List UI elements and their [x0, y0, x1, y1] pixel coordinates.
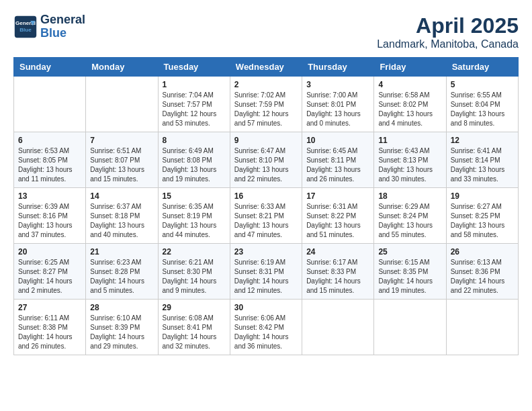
day-number: 14 [90, 191, 153, 201]
day-info: Sunrise: 6:33 AM Sunset: 8:21 PM Dayligh… [234, 202, 298, 240]
calendar-cell: 3Sunrise: 7:00 AM Sunset: 8:01 PM Daylig… [302, 77, 374, 132]
day-info: Sunrise: 7:04 AM Sunset: 7:57 PM Dayligh… [163, 91, 226, 128]
day-header-friday: Friday [374, 58, 446, 77]
day-number: 8 [163, 136, 226, 145]
day-number: 3 [306, 80, 369, 89]
calendar-title: April 2025 [377, 13, 519, 38]
calendar-cell: 13Sunrise: 6:39 AM Sunset: 8:16 PM Dayli… [14, 188, 86, 244]
day-header-saturday: Saturday [446, 58, 518, 77]
day-number: 1 [163, 80, 226, 89]
day-info: Sunrise: 6:41 AM Sunset: 8:14 PM Dayligh… [451, 146, 514, 184]
day-info: Sunrise: 6:49 AM Sunset: 8:08 PM Dayligh… [163, 146, 226, 184]
logo-line2: Blue [40, 26, 66, 40]
calendar-week-1: 1Sunrise: 7:04 AM Sunset: 7:57 PM Daylig… [14, 77, 519, 132]
day-number: 17 [306, 191, 369, 201]
logo-line1: General [40, 13, 85, 26]
calendar-header-row: SundayMondayTuesdayWednesdayThursdayFrid… [14, 58, 519, 77]
calendar-cell: 28Sunrise: 6:10 AM Sunset: 8:39 PM Dayli… [86, 300, 158, 355]
day-info: Sunrise: 6:10 AM Sunset: 8:39 PM Dayligh… [90, 314, 153, 351]
calendar-cell: 10Sunrise: 6:45 AM Sunset: 8:11 PM Dayli… [302, 132, 374, 188]
day-info: Sunrise: 6:19 AM Sunset: 8:31 PM Dayligh… [234, 258, 298, 295]
day-info: Sunrise: 6:08 AM Sunset: 8:41 PM Dayligh… [163, 314, 226, 351]
day-number: 9 [234, 136, 298, 145]
day-number: 26 [451, 247, 514, 257]
logo-icon: General Blue [13, 15, 38, 39]
day-info: Sunrise: 6:06 AM Sunset: 8:42 PM Dayligh… [234, 314, 298, 351]
day-header-thursday: Thursday [302, 58, 374, 77]
day-number: 21 [90, 247, 153, 257]
page-header: General Blue General Blue April 2025 Lan… [13, 13, 519, 50]
calendar-cell: 6Sunrise: 6:53 AM Sunset: 8:05 PM Daylig… [14, 132, 86, 188]
day-number: 29 [163, 303, 226, 312]
day-number: 7 [90, 136, 153, 145]
day-info: Sunrise: 6:47 AM Sunset: 8:10 PM Dayligh… [234, 146, 298, 184]
day-info: Sunrise: 6:29 AM Sunset: 8:24 PM Dayligh… [378, 202, 441, 240]
calendar-cell: 19Sunrise: 6:27 AM Sunset: 8:25 PM Dayli… [446, 188, 518, 244]
calendar-cell [446, 300, 518, 355]
day-info: Sunrise: 6:39 AM Sunset: 8:16 PM Dayligh… [18, 202, 81, 240]
calendar-cell: 9Sunrise: 6:47 AM Sunset: 8:10 PM Daylig… [230, 132, 302, 188]
day-number: 10 [306, 136, 369, 145]
day-info: Sunrise: 7:00 AM Sunset: 8:01 PM Dayligh… [306, 91, 369, 128]
calendar-cell: 5Sunrise: 6:55 AM Sunset: 8:04 PM Daylig… [446, 77, 518, 132]
day-header-monday: Monday [86, 58, 158, 77]
day-number: 18 [378, 191, 441, 201]
day-number: 28 [90, 303, 153, 312]
day-info: Sunrise: 6:45 AM Sunset: 8:11 PM Dayligh… [306, 146, 369, 184]
calendar-cell [374, 300, 446, 355]
day-number: 22 [163, 247, 226, 257]
day-number: 4 [378, 80, 441, 89]
day-number: 6 [18, 136, 81, 145]
calendar-cell: 24Sunrise: 6:17 AM Sunset: 8:33 PM Dayli… [302, 244, 374, 300]
day-header-sunday: Sunday [14, 58, 86, 77]
svg-text:Blue: Blue [19, 27, 32, 33]
calendar-week-4: 20Sunrise: 6:25 AM Sunset: 8:27 PM Dayli… [14, 244, 519, 300]
calendar-subtitle: Landmark, Manitoba, Canada [377, 38, 519, 50]
calendar-cell [14, 77, 86, 132]
calendar-cell: 29Sunrise: 6:08 AM Sunset: 8:41 PM Dayli… [158, 300, 230, 355]
day-info: Sunrise: 6:11 AM Sunset: 8:38 PM Dayligh… [18, 314, 81, 351]
day-number: 13 [18, 191, 81, 201]
day-info: Sunrise: 6:51 AM Sunset: 8:07 PM Dayligh… [90, 146, 153, 184]
calendar-cell: 22Sunrise: 6:21 AM Sunset: 8:30 PM Dayli… [158, 244, 230, 300]
calendar-cell: 26Sunrise: 6:13 AM Sunset: 8:36 PM Dayli… [446, 244, 518, 300]
day-info: Sunrise: 6:23 AM Sunset: 8:28 PM Dayligh… [90, 258, 153, 295]
day-number: 16 [234, 191, 298, 201]
calendar-table: SundayMondayTuesdayWednesdayThursdayFrid… [13, 57, 519, 355]
calendar-cell: 27Sunrise: 6:11 AM Sunset: 8:38 PM Dayli… [14, 300, 86, 355]
calendar-cell: 25Sunrise: 6:15 AM Sunset: 8:35 PM Dayli… [374, 244, 446, 300]
day-info: Sunrise: 6:43 AM Sunset: 8:13 PM Dayligh… [378, 146, 441, 184]
day-header-tuesday: Tuesday [158, 58, 230, 77]
day-number: 23 [234, 247, 298, 257]
day-info: Sunrise: 6:58 AM Sunset: 8:02 PM Dayligh… [378, 91, 441, 128]
day-number: 30 [234, 303, 298, 312]
calendar-cell: 12Sunrise: 6:41 AM Sunset: 8:14 PM Dayli… [446, 132, 518, 188]
day-number: 20 [18, 247, 81, 257]
day-number: 27 [18, 303, 81, 312]
calendar-week-5: 27Sunrise: 6:11 AM Sunset: 8:38 PM Dayli… [14, 300, 519, 355]
day-number: 19 [451, 191, 514, 201]
calendar-cell: 1Sunrise: 7:04 AM Sunset: 7:57 PM Daylig… [158, 77, 230, 132]
logo: General Blue General Blue [13, 13, 85, 40]
calendar-cell: 20Sunrise: 6:25 AM Sunset: 8:27 PM Dayli… [14, 244, 86, 300]
calendar-cell: 16Sunrise: 6:33 AM Sunset: 8:21 PM Dayli… [230, 188, 302, 244]
day-info: Sunrise: 6:13 AM Sunset: 8:36 PM Dayligh… [451, 258, 514, 295]
calendar-cell: 7Sunrise: 6:51 AM Sunset: 8:07 PM Daylig… [86, 132, 158, 188]
day-number: 12 [451, 136, 514, 145]
calendar-cell: 15Sunrise: 6:35 AM Sunset: 8:19 PM Dayli… [158, 188, 230, 244]
calendar-cell: 23Sunrise: 6:19 AM Sunset: 8:31 PM Dayli… [230, 244, 302, 300]
calendar-cell: 4Sunrise: 6:58 AM Sunset: 8:02 PM Daylig… [374, 77, 446, 132]
calendar-cell: 30Sunrise: 6:06 AM Sunset: 8:42 PM Dayli… [230, 300, 302, 355]
calendar-cell: 18Sunrise: 6:29 AM Sunset: 8:24 PM Dayli… [374, 188, 446, 244]
calendar-cell: 21Sunrise: 6:23 AM Sunset: 8:28 PM Dayli… [86, 244, 158, 300]
calendar-cell: 8Sunrise: 6:49 AM Sunset: 8:08 PM Daylig… [158, 132, 230, 188]
calendar-cell: 11Sunrise: 6:43 AM Sunset: 8:13 PM Dayli… [374, 132, 446, 188]
day-number: 5 [451, 80, 514, 89]
calendar-cell: 2Sunrise: 7:02 AM Sunset: 7:59 PM Daylig… [230, 77, 302, 132]
day-info: Sunrise: 6:27 AM Sunset: 8:25 PM Dayligh… [451, 202, 514, 240]
calendar-cell: 14Sunrise: 6:37 AM Sunset: 8:18 PM Dayli… [86, 188, 158, 244]
day-info: Sunrise: 6:53 AM Sunset: 8:05 PM Dayligh… [18, 146, 81, 184]
day-info: Sunrise: 6:15 AM Sunset: 8:35 PM Dayligh… [378, 258, 441, 295]
day-info: Sunrise: 6:37 AM Sunset: 8:18 PM Dayligh… [90, 202, 153, 240]
day-number: 25 [378, 247, 441, 257]
